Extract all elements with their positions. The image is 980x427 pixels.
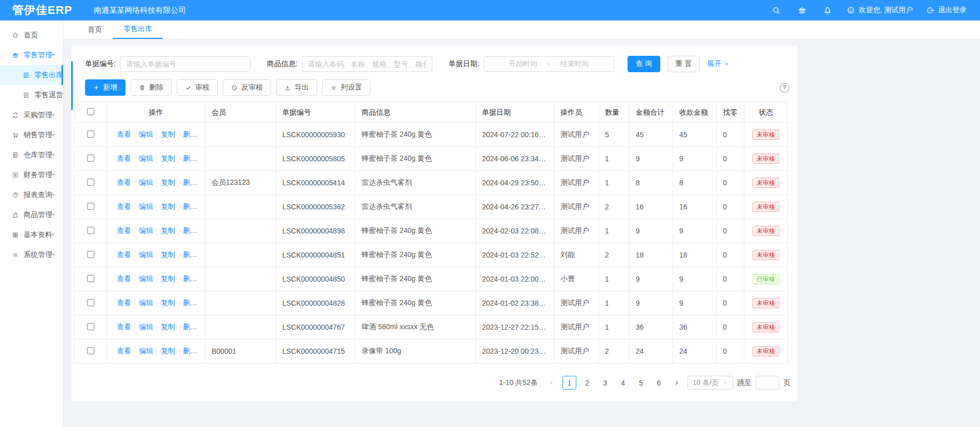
scrollbar-thumb[interactable] <box>71 61 73 110</box>
cell-product: 啤酒 580ml xxsxx 无色 <box>356 315 476 339</box>
sidebar-item-goods-mgmt[interactable]: 商品管理 <box>0 205 63 225</box>
sidebar-item-sales-mgmt[interactable]: 销售管理 <box>0 125 63 145</box>
row-checkbox[interactable] <box>87 347 94 354</box>
copy-link[interactable]: 复制 <box>157 178 179 186</box>
date-range-input[interactable]: 开始时间 ~ 结束时间 <box>484 56 614 72</box>
view-link[interactable]: 查看 <box>113 347 135 355</box>
copy-link[interactable]: 复制 <box>157 226 179 234</box>
edit-link[interactable]: 编辑 <box>135 298 157 307</box>
column-settings-button[interactable]: 列设置 <box>322 79 370 96</box>
copy-link[interactable]: 复制 <box>157 274 179 283</box>
edit-link[interactable]: 编辑 <box>135 130 157 138</box>
tab-home[interactable]: 首页 <box>77 20 113 39</box>
sidebar-item-retail-return[interactable]: 零售退货 <box>0 85 63 105</box>
edit-link[interactable]: 编辑 <box>135 154 157 162</box>
row-checkbox[interactable] <box>87 227 94 234</box>
view-link[interactable]: 查看 <box>113 298 135 307</box>
edit-link[interactable]: 编辑 <box>135 250 157 259</box>
status-badge: 未审核 <box>753 154 779 164</box>
sidebar-item-report-query[interactable]: 报表查询 <box>0 185 63 205</box>
bill-no-input[interactable] <box>120 56 251 72</box>
expand-link[interactable]: 展开 <box>707 59 729 69</box>
copy-link[interactable]: 复制 <box>157 202 179 210</box>
cell-member <box>205 195 276 219</box>
search-button[interactable]: 查 询 <box>628 56 660 72</box>
copy-link[interactable]: 复制 <box>157 323 179 331</box>
edit-link[interactable]: 编辑 <box>135 178 157 186</box>
audit-button[interactable]: 审核 <box>177 79 218 96</box>
delete-button[interactable]: 删除 <box>131 79 172 96</box>
copy-link[interactable]: 复制 <box>157 250 179 259</box>
edit-link[interactable]: 编辑 <box>135 202 157 210</box>
reset-button[interactable]: 重 置 <box>668 56 700 72</box>
copy-link[interactable]: 复制 <box>157 347 179 355</box>
view-link[interactable]: 查看 <box>113 250 135 259</box>
delete-link[interactable]: 删除 <box>179 178 201 186</box>
sidebar-item-home[interactable]: 首页 <box>0 25 63 45</box>
tab-bar: 首页 零售出库 <box>64 20 980 39</box>
view-link[interactable]: 查看 <box>113 154 135 162</box>
delete-link[interactable]: 删除 <box>179 226 201 234</box>
status-badge: 未审核 <box>753 130 779 140</box>
add-button[interactable]: 新增 <box>85 79 126 96</box>
page-number-5[interactable]: 5 <box>634 376 648 390</box>
row-checkbox[interactable] <box>87 299 94 306</box>
view-link[interactable]: 查看 <box>113 178 135 186</box>
select-all-checkbox[interactable] <box>87 108 94 115</box>
view-link[interactable]: 查看 <box>113 323 135 331</box>
sidebar-item-warehouse-mgmt[interactable]: 仓库管理 <box>0 145 63 165</box>
search-icon[interactable] <box>770 4 782 16</box>
page-number-4[interactable]: 4 <box>616 376 630 390</box>
welcome-user[interactable]: 欢迎您, 测试用户 <box>847 6 913 15</box>
product-info-input[interactable] <box>302 56 432 72</box>
copy-link[interactable]: 复制 <box>157 298 179 307</box>
row-checkbox[interactable] <box>87 275 94 282</box>
sidebar-item-finance-mgmt[interactable]: 财务管理 <box>0 165 63 185</box>
row-checkbox[interactable] <box>87 323 94 330</box>
cell-operator: 测试用户 <box>554 315 599 339</box>
edit-link[interactable]: 编辑 <box>135 274 157 283</box>
page-size-select[interactable]: 10 条/页 <box>687 376 733 390</box>
help-icon[interactable]: ? <box>780 83 789 93</box>
copy-link[interactable]: 复制 <box>157 154 179 162</box>
page-number-3[interactable]: 3 <box>598 376 612 390</box>
page-number-1[interactable]: 1 <box>562 376 576 390</box>
row-checkbox[interactable] <box>87 131 94 138</box>
copy-link[interactable]: 复制 <box>157 130 179 138</box>
view-link[interactable]: 查看 <box>113 130 135 138</box>
bank-icon[interactable] <box>796 4 808 16</box>
sidebar-item-base-data[interactable]: 基本资料 <box>0 225 63 245</box>
page-number-2[interactable]: 2 <box>580 376 594 390</box>
sidebar-item-system-mgmt[interactable]: 系统管理 <box>0 245 63 265</box>
delete-link[interactable]: 删除 <box>179 298 201 307</box>
sidebar-item-retail-mgmt[interactable]: 零售管理 <box>0 45 63 65</box>
row-checkbox[interactable] <box>87 251 94 258</box>
edit-link[interactable]: 编辑 <box>135 323 157 331</box>
delete-link[interactable]: 删除 <box>179 202 201 210</box>
view-link[interactable]: 查看 <box>113 226 135 234</box>
row-checkbox[interactable] <box>87 203 94 210</box>
prev-page-icon[interactable] <box>545 376 558 390</box>
view-link[interactable]: 查看 <box>113 274 135 283</box>
delete-link[interactable]: 删除 <box>179 250 201 259</box>
view-link[interactable]: 查看 <box>113 202 135 210</box>
export-button[interactable]: 导出 <box>276 79 317 96</box>
logout-button[interactable]: 退出登录 <box>926 6 967 15</box>
edit-link[interactable]: 编辑 <box>135 347 157 355</box>
row-checkbox[interactable] <box>87 155 94 162</box>
sidebar-item-retail-outbound[interactable]: 零售出库 <box>0 65 63 85</box>
page-number-6[interactable]: 6 <box>652 376 666 390</box>
unaudit-button[interactable]: 反审核 <box>223 79 271 96</box>
row-checkbox[interactable] <box>87 179 94 186</box>
bell-icon[interactable] <box>821 4 833 16</box>
delete-link[interactable]: 删除 <box>179 347 201 355</box>
delete-link[interactable]: 删除 <box>179 274 201 283</box>
delete-link[interactable]: 删除 <box>179 130 201 138</box>
edit-link[interactable]: 编辑 <box>135 226 157 234</box>
next-page-icon[interactable] <box>670 376 683 390</box>
sidebar-item-purchase-mgmt[interactable]: 采购管理 <box>0 105 63 125</box>
tab-retail-outbound[interactable]: 零售出库 <box>113 20 163 39</box>
delete-link[interactable]: 删除 <box>179 154 201 162</box>
jump-to-input[interactable] <box>756 376 779 390</box>
delete-link[interactable]: 删除 <box>179 323 201 331</box>
